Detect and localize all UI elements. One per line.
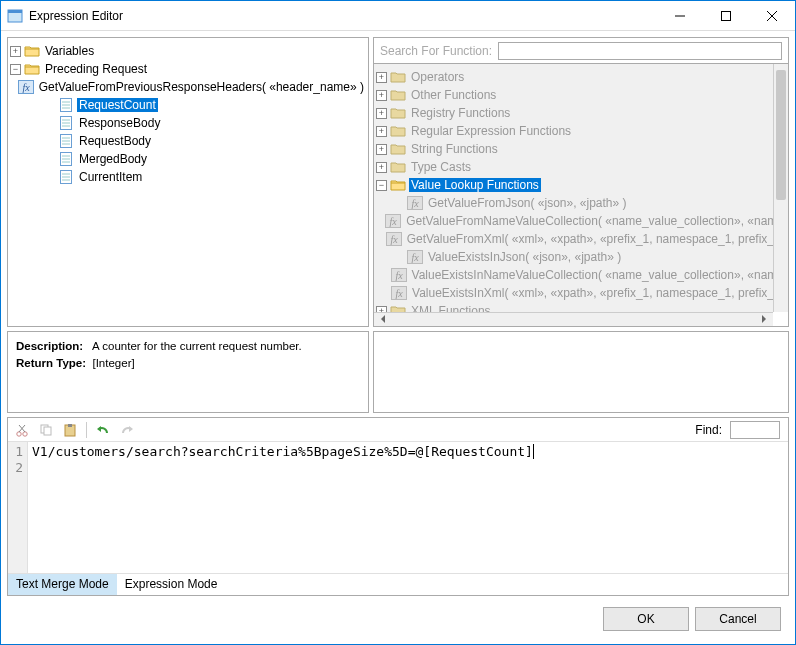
tree-toggle[interactable]: +	[376, 90, 387, 101]
svg-text:fx: fx	[390, 234, 398, 245]
func-item[interactable]: fx ValueExistsInNameValueCollection( «na…	[376, 266, 786, 284]
folder-icon	[390, 70, 406, 84]
tree-toggle[interactable]: +	[376, 126, 387, 137]
tree-item-mergedbody[interactable]: MergedBody	[10, 150, 366, 168]
search-label: Search For Function:	[380, 44, 492, 58]
editor-body[interactable]: 12 V1/customers/search?searchCriteria%5B…	[8, 442, 788, 573]
tree-label: Type Casts	[409, 160, 473, 174]
tree-label: ValueExistsInJson( «json», «jpath» )	[426, 250, 623, 264]
func-category[interactable]: + Regular Expression Functions	[376, 122, 786, 140]
svg-text:fx: fx	[390, 216, 398, 227]
folder-icon	[390, 88, 406, 102]
ok-button[interactable]: OK	[603, 607, 689, 631]
tree-label: GetValueFromPreviousResponseHeaders( «he…	[37, 80, 366, 94]
tab-text-merge-mode[interactable]: Text Merge Mode	[8, 574, 117, 595]
svg-rect-1	[8, 10, 22, 13]
maximize-button[interactable]	[703, 1, 749, 31]
tree-item-requestbody[interactable]: RequestBody	[10, 132, 366, 150]
tree-toggle[interactable]: +	[376, 72, 387, 83]
code-area[interactable]: V1/customers/search?searchCriteria%5Bpag…	[28, 442, 788, 573]
func-category[interactable]: + Registry Functions	[376, 104, 786, 122]
func-item[interactable]: fx GetValueFromNameValueCollection( «nam…	[376, 212, 786, 230]
func-item[interactable]: fx GetValueFromXml( «xml», «xpath», «pre…	[376, 230, 786, 248]
tree-label: RequestCount	[77, 98, 158, 112]
func-category-open[interactable]: − Value Lookup Functions	[376, 176, 786, 194]
tree-label: Operators	[409, 70, 466, 84]
fx-icon: fx	[407, 250, 423, 264]
func-item[interactable]: fx ValueExistsInJson( «json», «jpath» )	[376, 248, 786, 266]
tree-node-variables[interactable]: + Variables	[10, 42, 366, 60]
func-category[interactable]: + String Functions	[376, 140, 786, 158]
tree-label: Registry Functions	[409, 106, 512, 120]
fx-icon: fx	[386, 232, 402, 246]
search-input[interactable]	[498, 42, 782, 60]
func-item[interactable]: fx ValueExistsInXml( «xml», «xpath», «pr…	[376, 284, 786, 302]
svg-marker-48	[97, 426, 101, 432]
tree-toggle[interactable]: +	[10, 46, 21, 57]
svg-text:fx: fx	[395, 270, 403, 281]
find-input[interactable]	[730, 421, 780, 439]
paste-icon[interactable]	[60, 420, 80, 440]
left-tree-panel[interactable]: + Variables − Preceding Request fx GetVa…	[7, 37, 369, 327]
func-item[interactable]: fx GetValueFromJson( «json», «jpath» )	[376, 194, 786, 212]
doc-icon	[58, 98, 74, 112]
tree-toggle[interactable]: +	[376, 108, 387, 119]
tree-toggle[interactable]: +	[376, 144, 387, 155]
doc-icon	[58, 170, 74, 184]
find-label: Find:	[695, 423, 722, 437]
right-tree-panel[interactable]: + Operators + Other Functions + Registry…	[373, 63, 789, 327]
svg-text:fx: fx	[411, 252, 419, 263]
redo-icon[interactable]	[117, 420, 137, 440]
folder-icon	[390, 178, 406, 192]
minimize-button[interactable]	[657, 1, 703, 31]
func-category[interactable]: + XML Functions	[376, 302, 786, 312]
copy-icon[interactable]	[36, 420, 56, 440]
tree-label: ValueExistsInXml( «xml», «xpath», «prefi…	[410, 286, 786, 300]
svg-rect-45	[44, 427, 51, 435]
tree-label: Regular Expression Functions	[409, 124, 573, 138]
svg-rect-47	[68, 424, 72, 427]
tree-item-getvaluefrompreviousresponseheaders-header-name-[interactable]: fx GetValueFromPreviousResponseHeaders( …	[10, 78, 366, 96]
folder-icon	[390, 142, 406, 156]
func-category[interactable]: + Other Functions	[376, 86, 786, 104]
tree-toggle[interactable]: −	[376, 180, 387, 191]
fx-icon: fx	[18, 80, 34, 94]
fx-icon: fx	[391, 268, 407, 282]
window-title: Expression Editor	[29, 9, 123, 23]
tree-toggle[interactable]: +	[376, 162, 387, 173]
folder-icon	[24, 44, 40, 58]
tree-item-currentitem[interactable]: CurrentItem	[10, 168, 366, 186]
tab-expression-mode[interactable]: Expression Mode	[117, 574, 226, 595]
tree-toggle[interactable]: −	[10, 64, 21, 75]
doc-icon	[58, 116, 74, 130]
tree-label: Other Functions	[409, 88, 498, 102]
svg-point-40	[17, 431, 21, 435]
cancel-button[interactable]: Cancel	[695, 607, 781, 631]
func-category[interactable]: + Operators	[376, 68, 786, 86]
description-panel: Description: A counter for the current r…	[7, 331, 369, 413]
horizontal-scrollbar[interactable]	[374, 312, 773, 326]
svg-marker-49	[129, 426, 133, 432]
tree-label: GetValueFromNameValueCollection( «name_v…	[404, 214, 786, 228]
undo-icon[interactable]	[93, 420, 113, 440]
folder-icon	[24, 62, 40, 76]
tree-label: GetValueFromJson( «json», «jpath» )	[426, 196, 629, 210]
folder-icon	[390, 106, 406, 120]
tree-node-preceding-request[interactable]: − Preceding Request	[10, 60, 366, 78]
tree-label: GetValueFromXml( «xml», «xpath», «prefix…	[405, 232, 786, 246]
cut-icon[interactable]	[12, 420, 32, 440]
doc-icon	[58, 152, 74, 166]
close-button[interactable]	[749, 1, 795, 31]
tree-label: String Functions	[409, 142, 500, 156]
folder-icon	[390, 304, 406, 312]
description-right-panel	[373, 331, 789, 413]
fx-icon: fx	[407, 196, 423, 210]
tree-item-requestcount[interactable]: RequestCount	[10, 96, 366, 114]
editor-panel: Find: 12 V1/customers/search?searchCrite…	[7, 417, 789, 596]
folder-icon	[390, 124, 406, 138]
return-type-label: Return Type:	[16, 357, 86, 369]
tree-item-responsebody[interactable]: ResponseBody	[10, 114, 366, 132]
vertical-scrollbar[interactable]	[773, 64, 788, 312]
func-category[interactable]: + Type Casts	[376, 158, 786, 176]
svg-text:fx: fx	[395, 288, 403, 299]
